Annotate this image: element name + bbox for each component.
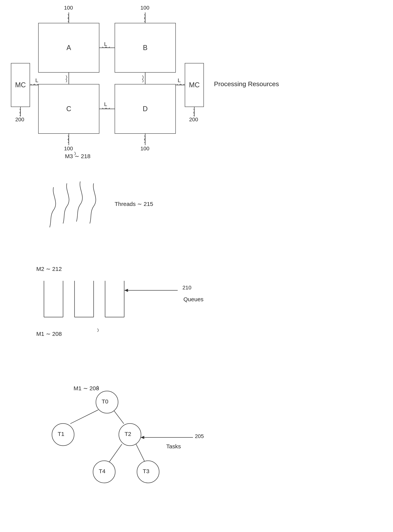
label-200-right: 200: [189, 117, 198, 123]
label-100-bottom-d: 100: [140, 146, 149, 152]
label-queues: Queues: [183, 296, 203, 303]
label-m3-218: M3 ∼ 218: [65, 153, 90, 160]
node-t4-label: T4: [99, 468, 105, 474]
label-m1-208-tasks: M1 ∼ 208: [74, 385, 99, 392]
label-100-top-b: 100: [140, 5, 149, 11]
diagram-container: A B C D MC MC 100 100 100 100 200 200 L …: [0, 0, 393, 532]
svg-marker-28: [140, 436, 144, 439]
svg-line-24: [114, 410, 124, 424]
box-c: C: [38, 84, 99, 134]
svg-marker-22: [124, 289, 128, 292]
box-a: A: [38, 23, 99, 73]
box-b: B: [115, 23, 176, 73]
label-100-top-a: 100: [64, 5, 73, 11]
node-t1-label: T1: [58, 431, 64, 437]
box-mc-left: MC: [11, 63, 30, 107]
label-l-ab: L: [104, 41, 107, 47]
box-d-label: D: [143, 105, 148, 113]
node-t3-label: T3: [143, 468, 149, 474]
box-c-label: C: [66, 105, 71, 113]
label-m2-212: M2 ∼ 212: [36, 265, 62, 272]
label-l-bd: L: [178, 77, 181, 83]
node-t0-label: T0: [102, 398, 108, 405]
label-205: 205: [195, 433, 204, 439]
label-l-cd: L: [104, 101, 107, 107]
node-t2-label: T2: [125, 431, 131, 437]
label-l-ac: L: [35, 77, 38, 83]
box-mc-left-label: MC: [15, 81, 26, 89]
box-b-label: B: [143, 44, 147, 52]
svg-line-26: [136, 444, 145, 462]
box-a-label: A: [66, 44, 71, 52]
label-m1-208-queues: M1 ∼ 208: [36, 331, 62, 337]
label-200-left: 200: [15, 117, 24, 123]
label-threads-215: Threads ∼ 215: [115, 200, 153, 207]
box-mc-right: MC: [185, 63, 204, 107]
label-tasks: Tasks: [166, 443, 181, 450]
box-mc-right-label: MC: [189, 81, 200, 89]
box-d: D: [115, 84, 176, 134]
svg-line-25: [109, 444, 122, 462]
label-100-bottom-c: 100: [64, 146, 73, 152]
label-210: 210: [182, 285, 192, 291]
label-processing-resources: Processing Resources: [214, 80, 279, 88]
svg-line-23: [70, 410, 98, 424]
